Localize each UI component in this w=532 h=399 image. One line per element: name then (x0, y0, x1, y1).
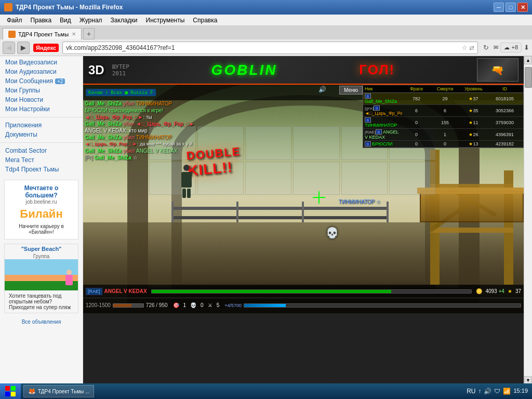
taskbar-item-label: ТДР4 Проект Тьмы ... (38, 389, 89, 394)
col-deaths: Смерти (431, 86, 459, 91)
game-menu-button[interactable]: Меню (339, 86, 363, 95)
window-title: ТДР4 Проект Тьмы - Mozilla Firefox (16, 4, 123, 11)
win-logo-blue (5, 392, 10, 396)
deaths-3: 155 (431, 120, 459, 125)
sidebar-item-combat[interactable]: Combat Sector (0, 146, 83, 155)
beach-image (5, 259, 78, 290)
yandex-logo: Яндекс (33, 44, 59, 52)
id-4: 4396391 (488, 132, 522, 137)
hud-ammo-range: 1200-1500 (86, 302, 111, 308)
sidebar-ad-beach: "Super Beach" Группа Хотите танцевать по… (4, 244, 78, 313)
scoreboard: Ник Фраги Смерти Уровень ID ВGall_Me_Shi… (363, 85, 524, 148)
star-icon[interactable]: ☆ (462, 44, 468, 51)
scroll-up-button[interactable]: ▲ (524, 56, 532, 64)
scoreboard-row-1: ВGall_Me_ShiZa 782 29 ★37 6018105 (363, 93, 523, 105)
minimize-button[interactable]: ─ (494, 3, 504, 12)
systray-ru-icon: RU (467, 388, 475, 395)
bookmark-icon[interactable]: ⇄ (469, 44, 474, 51)
menu-help[interactable]: Справка (189, 16, 221, 25)
sidebar-item-messages[interactable]: Мои Сообщения+2 (0, 76, 83, 86)
col-frags: Фраги (402, 86, 431, 91)
ad-beeline-title[interactable]: Мечтаете о большем? (9, 184, 74, 199)
tabbar: ТДР4 Проект Тьмы ✕ + (0, 26, 532, 39)
sidebar-item-settings[interactable]: Мои Настройки (0, 104, 83, 114)
taskbar: 🦊 ТДР4 Проект Тьмы ... RU ↑ 🔊 🛡 📶 15:19 (0, 383, 532, 399)
menu-history[interactable]: Журнал (75, 16, 107, 25)
menu-bookmarks[interactable]: Закладки (107, 16, 142, 25)
mail-icon[interactable]: ✉ (494, 44, 498, 51)
hud-exp-text: +4/5700 (224, 303, 242, 308)
player-name-2: [gnx]В◄□_Царь_Фр_Рар_□► (365, 105, 402, 116)
hud-player-name: ANGEL V KEDAX (104, 288, 147, 294)
menu-tools[interactable]: Инструменты (142, 16, 189, 25)
addressbar: ◀ ▶ Яндекс vk.com/app2352098_436044167?r… (0, 39, 532, 56)
volume-icon[interactable]: 🔊 (318, 86, 326, 93)
taskbar-item-ff[interactable]: 🦊 ТДР4 Проект Тьмы ... (23, 385, 94, 397)
forward-button[interactable]: ▶ (17, 42, 30, 54)
menu-view[interactable]: Вид (56, 16, 75, 25)
maximize-button[interactable]: □ (506, 3, 516, 12)
win-logo-green (11, 386, 16, 391)
sidebar-item-apps[interactable]: Приложения (0, 121, 83, 130)
sidebar-item-groups[interactable]: Мои Группы (0, 86, 83, 95)
close-button[interactable]: ✕ (517, 3, 528, 12)
systray-security-icon[interactable]: 🛡 (494, 388, 500, 395)
new-tab-button[interactable]: + (83, 28, 95, 39)
sidebar-item-megatest[interactable]: Мега Тест (0, 155, 83, 165)
scroll-thumb[interactable] (525, 67, 532, 88)
tab-favicon (8, 31, 16, 38)
taskbar-right: RU ↑ 🔊 🛡 📶 15:19 (462, 388, 532, 395)
hud-stats: 🪙 4093 +4 ★ 37 (476, 288, 521, 294)
systray-network-icon[interactable]: 📶 (503, 388, 511, 395)
hud-score: 1 (183, 302, 187, 308)
tab-close-button[interactable]: ✕ (72, 31, 76, 37)
refresh-button[interactable]: ↻ (480, 42, 491, 54)
systray-volume-icon[interactable]: 🔊 (484, 388, 491, 395)
col-id: ID (488, 86, 522, 91)
hud-flag-text: Качаю ↑ Всех ■ Russia F (86, 89, 156, 96)
level-4: ★26 (459, 132, 488, 137)
hud-bottom-row: 1200-1500 726 / 950 🎯 1 💀 0 ⚔ 5 (83, 298, 524, 312)
menu-edit[interactable]: Правка (26, 16, 56, 25)
skull-icon: 💀 (326, 227, 339, 239)
window-favicon (4, 3, 12, 11)
frags-5: 0 (402, 141, 431, 147)
back-button[interactable]: ◀ (3, 42, 15, 54)
start-button[interactable] (0, 383, 21, 399)
sidebar-divider-2 (0, 142, 83, 143)
hud-exp-section: +4/5700 (224, 303, 521, 308)
id-3: 3759030 (488, 120, 522, 125)
deaths-1: 29 (431, 96, 459, 101)
ad-beach-title[interactable]: "Super Beach" (5, 244, 78, 254)
sidebar-item-docs[interactable]: Документы (0, 130, 83, 139)
team-badge-3: В (365, 117, 371, 123)
banner-gol-text: ГОЛ! (359, 62, 395, 78)
hud-healthbar-wrap (151, 289, 472, 294)
hud-kills-icon: ⚔ (208, 302, 212, 308)
tab-main[interactable]: ТДР4 Проект Тьмы ✕ (3, 28, 82, 39)
menu-file[interactable]: Файл (3, 16, 26, 25)
sidebar-item-news[interactable]: Мои Новости (0, 95, 83, 104)
download-icon[interactable]: ⬇ (524, 44, 529, 51)
url-bar[interactable]: vk.com/app2352098_436044167?ref=1 ☆ ⇄ (62, 42, 478, 54)
hud-kills: 37 (515, 288, 521, 294)
hud-score-icon: 🎯 (173, 302, 179, 308)
hud-healthbar (151, 289, 472, 294)
all-announcements-link[interactable]: Все объявления (0, 317, 83, 326)
window-titlebar: ТДР4 Проект Тьмы - Mozilla Firefox ─ □ ✕ (0, 0, 532, 15)
sidebar-item-tdp4[interactable]: Tdp4 Проект Тьмы (0, 165, 83, 174)
deaths-4: 1 (431, 132, 459, 137)
sidebar-item-videos[interactable]: Мои Видеозаписи (0, 58, 83, 67)
level-1: ★37 (459, 96, 488, 101)
team-badge-2: В (374, 105, 380, 111)
ad-beeline-subtitle: job.beeline.ru (9, 199, 74, 205)
game-banner: 3D ШУТЕР2011 GOBLIN ГОЛ! 🔫 (83, 56, 524, 85)
hud-coin-icon: 🪙 (476, 288, 482, 294)
sidebar-nav-section-2: Приложения Документы (0, 119, 83, 141)
banner-preview: 🔫 (477, 58, 518, 82)
hud-ammo: 1200-1500 726 / 950 (86, 302, 168, 308)
sidebar-item-audio[interactable]: Мои Аудиозаписи (0, 67, 83, 76)
id-2: 3052366 (488, 108, 522, 113)
banner-3d-logo: 3D (88, 63, 104, 77)
id-1: 6018105 (488, 96, 522, 101)
